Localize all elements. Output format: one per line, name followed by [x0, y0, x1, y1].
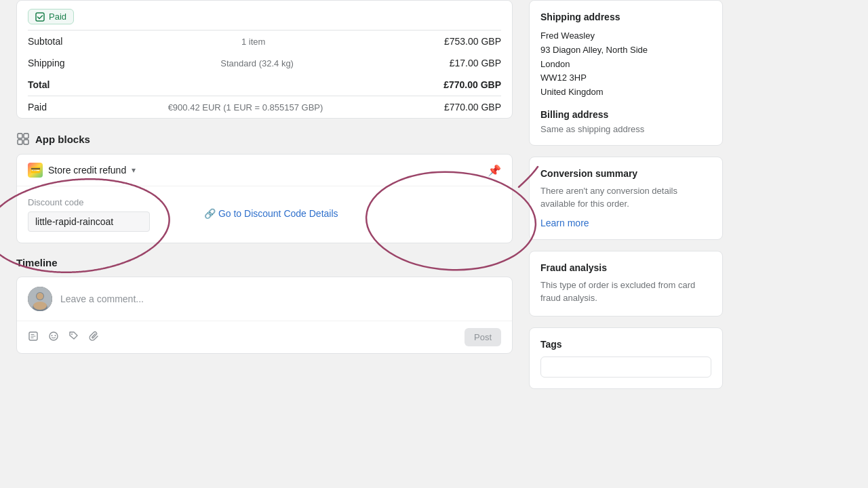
- post-button[interactable]: Post: [465, 328, 501, 346]
- svg-rect-1: [18, 134, 22, 138]
- store-credit-title: 💳 Store credit refund ▾: [28, 163, 136, 178]
- app-blocks-header: App blocks: [16, 132, 513, 146]
- paid-badge: Paid: [28, 9, 74, 24]
- checkmark-icon: [35, 12, 45, 22]
- avatar: [28, 287, 52, 311]
- chevron-down-icon[interactable]: ▾: [132, 165, 136, 175]
- avatar-image: [28, 287, 52, 311]
- goto-discount-link[interactable]: 🔗 Go to Discount Code Details: [204, 203, 338, 224]
- timeline-title: Timeline: [16, 257, 58, 268]
- shipping-address-title: Shipping address: [540, 12, 711, 22]
- fraud-analysis-text: This type of order is excluded from card…: [540, 279, 711, 305]
- paid-badge-row: Paid: [17, 1, 512, 30]
- paid-row: Paid €900.42 EUR (1 EUR = 0.855157 GBP) …: [17, 96, 512, 118]
- tags-title: Tags: [540, 339, 711, 350]
- shipping-row: Shipping Standard (32.4 kg) £17.00 GBP: [17, 52, 512, 74]
- comment-placeholder[interactable]: Leave a comment...: [60, 293, 501, 304]
- timeline-card: Leave a comment...: [16, 277, 513, 354]
- app-blocks-icon: [16, 132, 30, 146]
- tags-input[interactable]: [540, 357, 711, 378]
- svg-point-15: [55, 335, 56, 336]
- store-credit-icon: 💳: [28, 163, 43, 178]
- svg-rect-3: [18, 140, 22, 144]
- conversion-summary-text: There aren't any conversion details avai…: [540, 184, 711, 211]
- timeline-header: Timeline: [16, 257, 513, 268]
- order-summary-card: Paid Subtotal 1 item £753.00 GBP Shippin…: [16, 0, 513, 119]
- svg-point-14: [52, 335, 53, 336]
- tags-card: Tags: [529, 327, 723, 389]
- svg-rect-4: [24, 140, 28, 144]
- app-blocks-card: 💳 Store credit refund ▾ 📌 Discount code …: [16, 154, 513, 243]
- timeline-icons: [28, 331, 100, 344]
- pin-icon[interactable]: 📌: [488, 164, 501, 177]
- app-blocks-body: Discount code little-rapid-raincoat 🔗 Go…: [17, 186, 512, 243]
- svg-point-13: [50, 332, 58, 340]
- conversion-summary-card: Conversion summary There aren't any conv…: [529, 157, 723, 240]
- billing-same-text: Same as shipping address: [540, 124, 711, 134]
- svg-point-11: [33, 302, 47, 310]
- total-row: Total £770.00 GBP: [17, 74, 512, 96]
- fraud-analysis-title: Fraud analysis: [540, 262, 711, 273]
- attach-icon[interactable]: [89, 331, 100, 344]
- billing-address-title: Billing address: [540, 109, 711, 120]
- discount-code-value: little-rapid-raincoat: [28, 211, 150, 232]
- svg-rect-2: [24, 134, 28, 138]
- timeline-toolbar: Post: [17, 321, 512, 353]
- app-blocks-title: App blocks: [35, 134, 90, 145]
- timeline-section: Timeline: [16, 257, 513, 354]
- discount-code-section: Discount code little-rapid-raincoat: [28, 197, 150, 232]
- conversion-summary-title: Conversion summary: [540, 168, 711, 179]
- store-credit-header: 💳 Store credit refund ▾ 📌: [17, 155, 512, 186]
- learn-more-link[interactable]: Learn more: [540, 218, 589, 228]
- subtotal-row: Subtotal 1 item £753.00 GBP: [17, 30, 512, 52]
- shipping-address-text: Fred Weasley 93 Diagon Alley, North Side…: [540, 29, 711, 100]
- goto-discount-section: 🔗 Go to Discount Code Details: [204, 197, 338, 224]
- sidebar: Shipping address Fred Weasley 93 Diagon …: [529, 0, 739, 488]
- shipping-address-card: Shipping address Fred Weasley 93 Diagon …: [529, 0, 723, 146]
- timeline-input-row: Leave a comment...: [17, 277, 512, 321]
- svg-point-16: [71, 333, 73, 335]
- fraud-analysis-card: Fraud analysis This type of order is exc…: [529, 251, 723, 317]
- tag-icon[interactable]: [68, 331, 79, 344]
- format-icon[interactable]: [28, 331, 39, 344]
- svg-point-10: [37, 293, 43, 300]
- emoji-icon[interactable]: [48, 331, 59, 344]
- discount-code-label: Discount code: [28, 197, 150, 207]
